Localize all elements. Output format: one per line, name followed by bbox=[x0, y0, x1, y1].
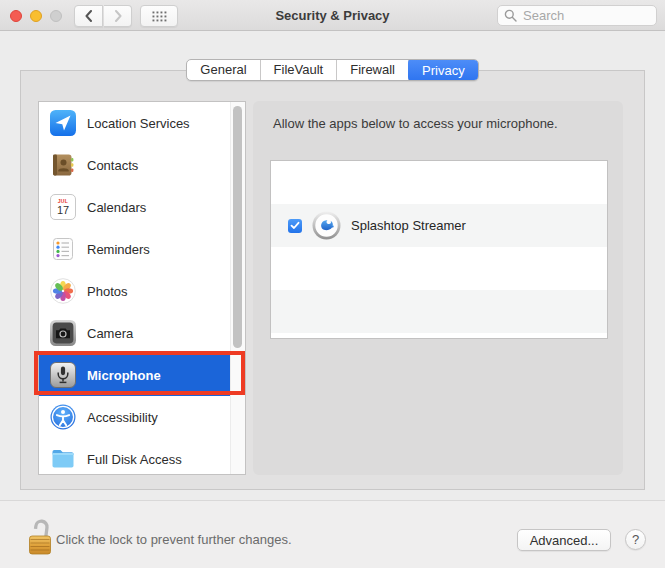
tab-privacy[interactable]: Privacy bbox=[408, 59, 479, 81]
sidebar-item-contacts[interactable]: Contacts bbox=[39, 144, 245, 186]
pane-heading: Allow the apps below to access your micr… bbox=[273, 116, 558, 131]
sidebar-item-accessibility[interactable]: Accessibility bbox=[39, 396, 245, 438]
app-list-row bbox=[271, 333, 607, 339]
full-disk-access-icon bbox=[50, 446, 76, 472]
tab-firewall[interactable]: Firewall bbox=[337, 60, 409, 80]
splashtop-streamer-checkbox[interactable] bbox=[288, 219, 302, 233]
accessibility-icon bbox=[50, 404, 76, 430]
sidebar-item-label: Photos bbox=[87, 284, 127, 299]
app-name-label: Splashtop Streamer bbox=[351, 218, 466, 233]
sidebar-item-microphone[interactable]: Microphone bbox=[39, 354, 245, 396]
security-privacy-window: Security & Privacy General FileVault Fir… bbox=[0, 0, 665, 568]
sidebar-item-label: Contacts bbox=[87, 158, 138, 173]
lock-hint-text: Click the lock to prevent further change… bbox=[56, 532, 292, 547]
check-icon bbox=[290, 221, 300, 230]
reminders-icon bbox=[50, 236, 76, 262]
tab-filevault[interactable]: FileVault bbox=[261, 60, 338, 80]
sidebar-item-camera[interactable]: Camera bbox=[39, 312, 245, 354]
microphone-icon bbox=[50, 362, 76, 388]
sidebar-item-label: Location Services bbox=[87, 116, 190, 131]
unlocked-lock-icon[interactable] bbox=[26, 517, 54, 557]
app-row-splashtop-streamer[interactable]: Splashtop Streamer bbox=[271, 204, 607, 247]
search-field[interactable] bbox=[497, 5, 657, 26]
sidebar-item-label: Accessibility bbox=[87, 410, 158, 425]
calendars-icon: JUL 17 bbox=[50, 194, 76, 220]
sidebar-scrollbar-track[interactable] bbox=[230, 102, 245, 474]
sidebar-item-full-disk-access[interactable]: Full Disk Access bbox=[39, 438, 245, 475]
app-list-row bbox=[271, 290, 607, 333]
tab-bar: General FileVault Firewall Privacy bbox=[0, 59, 665, 81]
sidebar-item-location-services[interactable]: Location Services bbox=[39, 102, 245, 144]
contacts-icon bbox=[50, 152, 76, 178]
app-list-row bbox=[271, 161, 607, 204]
sidebar-item-reminders[interactable]: Reminders bbox=[39, 228, 245, 270]
microphone-privacy-pane: Allow the apps below to access your micr… bbox=[253, 101, 623, 475]
sidebar-scrollbar-thumb[interactable] bbox=[233, 106, 242, 348]
advanced-button[interactable]: Advanced... bbox=[517, 529, 611, 551]
sidebar-item-label: Calendars bbox=[87, 200, 146, 215]
privacy-category-list: Location Services Contacts JUL 17 Calend… bbox=[38, 101, 246, 475]
help-button[interactable]: ? bbox=[625, 529, 646, 550]
camera-icon bbox=[50, 320, 76, 346]
sidebar-item-calendars[interactable]: JUL 17 Calendars bbox=[39, 186, 245, 228]
tab-general[interactable]: General bbox=[187, 60, 260, 80]
app-access-list: Splashtop Streamer bbox=[270, 160, 608, 339]
titlebar: Security & Privacy bbox=[0, 0, 665, 31]
search-input[interactable] bbox=[521, 7, 641, 24]
sidebar-item-photos[interactable]: Photos bbox=[39, 270, 245, 312]
search-icon bbox=[504, 9, 517, 22]
app-list-row bbox=[271, 247, 607, 290]
splashtop-streamer-icon bbox=[312, 211, 341, 240]
footer: Click the lock to prevent further change… bbox=[0, 500, 665, 568]
sidebar-item-label: Microphone bbox=[87, 368, 161, 383]
sidebar-item-label: Reminders bbox=[87, 242, 150, 257]
sidebar-item-label: Full Disk Access bbox=[87, 452, 182, 467]
location-services-icon bbox=[50, 110, 76, 136]
sidebar-item-label: Camera bbox=[87, 326, 133, 341]
photos-icon bbox=[50, 278, 76, 304]
